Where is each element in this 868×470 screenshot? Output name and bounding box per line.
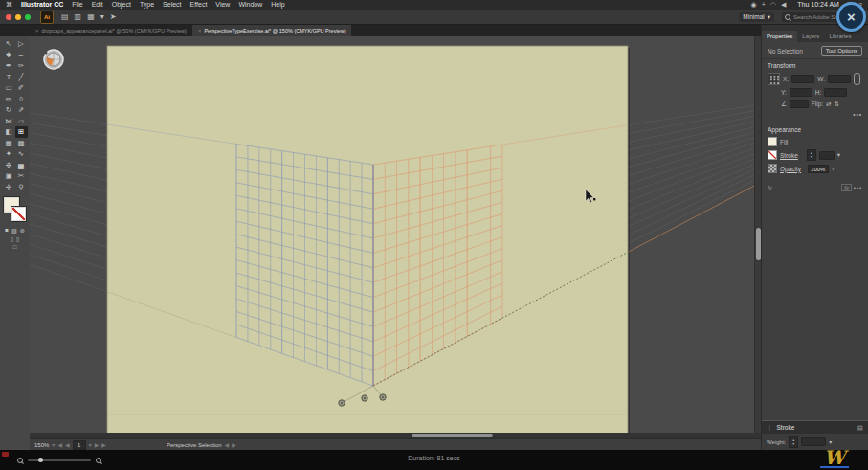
rotate-angle-icon[interactable]: ∠ [781, 101, 787, 108]
stroke-weight-field[interactable] [819, 151, 835, 160]
type-tool[interactable]: T [3, 72, 15, 83]
link-dimensions-icon[interactable] [854, 73, 860, 85]
direct-selection-tool[interactable]: ▷ [15, 38, 28, 50]
layout-options-icon[interactable]: ▦ [87, 12, 95, 21]
slice-tool[interactable]: ✂ [15, 170, 28, 182]
fill-color-swatch[interactable] [768, 137, 777, 146]
last-artboard-icon[interactable]: ▶ [101, 441, 106, 448]
symbol-sprayer-tool[interactable]: ❉ [3, 160, 15, 171]
weight-field[interactable] [801, 437, 826, 446]
stroke-none-swatch[interactable] [11, 207, 26, 221]
lasso-tool[interactable]: ∽ [15, 50, 28, 61]
zoom-chevron-icon[interactable]: ▾ [52, 441, 55, 448]
apple-menu-icon[interactable]: ⌘ [6, 0, 12, 10]
share-icon[interactable]: ➤ [110, 12, 117, 21]
horizontal-scrollbar-thumb[interactable] [412, 434, 493, 437]
next-artboard-icon[interactable]: ▶ [95, 441, 100, 448]
app-menu-title[interactable]: Illustrator CC [21, 0, 63, 10]
menu-item-window[interactable]: Window [238, 0, 262, 10]
display-icon[interactable]: ◉ [751, 1, 757, 8]
player-zoom-slider[interactable] [28, 459, 91, 461]
eyedropper-tool[interactable]: ✦ [3, 148, 15, 160]
arrange-documents-icon[interactable]: ▤ [61, 12, 69, 21]
menubar-clock[interactable]: Thu 10:24 AM [797, 0, 839, 10]
menu-item-effect[interactable]: Effect [190, 0, 208, 10]
transform-more-options-icon[interactable]: ••• [853, 111, 862, 118]
effects-icon[interactable]: fx [768, 185, 772, 190]
player-zoom-knob[interactable] [38, 458, 43, 462]
menu-item-help[interactable]: Help [271, 0, 284, 10]
rectangle-tool[interactable]: ▭ [3, 82, 15, 94]
zoom-tool[interactable]: ⚲ [15, 182, 28, 193]
menu-item-type[interactable]: Type [140, 0, 154, 10]
volume-icon[interactable]: ◀ [781, 1, 786, 8]
scale-tool[interactable]: ⇗ [15, 104, 28, 116]
window-minimize-button[interactable] [15, 14, 21, 20]
prev-artboard-icon[interactable]: ◀ [65, 441, 70, 448]
menu-item-edit[interactable]: Edit [92, 0, 103, 10]
screen-mode-button[interactable]: □ [13, 244, 17, 250]
vertical-scrollbar[interactable] [754, 36, 761, 433]
width-tool[interactable]: ⋈ [3, 116, 15, 127]
opacity-field[interactable]: 100% [808, 165, 829, 173]
column-graph-tool[interactable]: ▅ [15, 160, 28, 171]
stroke-weight-chevron-icon[interactable]: ▾ [837, 151, 840, 159]
shape-builder-tool[interactable]: ◧ [3, 126, 15, 138]
hand-tool[interactable]: ✛ [3, 182, 15, 193]
pencil-tool[interactable]: ✏ [3, 94, 15, 105]
curvature-tool[interactable]: ✑ [15, 60, 28, 72]
y-field[interactable] [790, 88, 812, 97]
plane-switcher-handle[interactable] [45, 52, 48, 55]
h-field[interactable] [824, 88, 847, 97]
document-tab-2[interactable]: ×PerspectiveTypeExercise.ai* @ 150% (CMY… [192, 25, 352, 36]
w-field[interactable] [828, 75, 851, 83]
weight-stepper[interactable]: ▴▾ [789, 436, 798, 448]
mesh-tool[interactable]: ▦ [3, 138, 15, 149]
graphic-styles-icon[interactable]: fx [841, 184, 852, 191]
gradient-tool[interactable]: ▩ [15, 138, 28, 149]
zoom-in-icon[interactable] [96, 458, 101, 463]
blend-tool[interactable]: ∿ [15, 148, 28, 160]
panel-tab-properties[interactable]: Properties [762, 31, 797, 42]
flip-horizontal-icon[interactable]: ⇄ [826, 101, 831, 108]
eraser-tool[interactable]: ◊ [15, 94, 28, 105]
opacity-label[interactable]: Opacity [780, 166, 801, 172]
panel-tab-layers[interactable]: Layers [797, 31, 824, 42]
draw-normal-button[interactable]: ▯ [11, 235, 13, 242]
pen-tool[interactable]: ✒ [3, 60, 15, 72]
perspective-grid-canvas[interactable] [30, 36, 761, 433]
weight-chevron-icon[interactable]: ▾ [829, 438, 832, 445]
artboard-number[interactable]: 1 [73, 440, 86, 450]
layout-chevron-icon[interactable]: ▾ [100, 12, 104, 21]
horizontal-scrollbar[interactable] [30, 433, 761, 438]
tool-options-button[interactable]: Tool Options [821, 46, 862, 56]
plus-icon[interactable]: + [762, 1, 766, 8]
opacity-chevron-icon[interactable]: › [832, 166, 834, 172]
artboard-chevron-icon[interactable]: ▾ [89, 441, 92, 448]
overlay-close-button[interactable]: × [836, 2, 866, 32]
menu-item-object[interactable]: Object [112, 0, 131, 10]
tab-close-icon[interactable]: × [198, 25, 202, 36]
stroke-weight-stepper[interactable]: ▴▾ [807, 149, 816, 161]
selection-tool[interactable]: ↖ [3, 38, 15, 50]
menu-item-select[interactable]: Select [163, 0, 181, 10]
window-close-button[interactable] [6, 14, 11, 20]
window-zoom-button[interactable] [25, 14, 31, 20]
zoom-level[interactable]: 150% [34, 442, 49, 448]
menu-item-file[interactable]: File [72, 0, 82, 10]
x-field[interactable] [791, 75, 814, 83]
artboard-tool[interactable]: ▣ [3, 170, 15, 182]
paintbrush-tool[interactable]: ✐ [15, 82, 28, 94]
gradient-button[interactable]: ▨ [11, 227, 17, 234]
draw-behind-button[interactable]: ▯ [16, 235, 19, 242]
line-segment-tool[interactable]: ╱ [15, 72, 28, 83]
canvas[interactable] [30, 36, 761, 433]
free-transform-tool[interactable]: ▱ [15, 116, 28, 127]
stroke-color-swatch[interactable] [768, 150, 777, 160]
perspective-grid-tool[interactable]: ⊞ [15, 126, 28, 138]
flip-vertical-icon[interactable]: ⇅ [835, 101, 839, 108]
stroke-label[interactable]: Stroke [780, 152, 798, 159]
document-tab-1[interactable]: ×dropcaps_appearancepanel.ai* @ 50% (CMY… [30, 25, 192, 36]
workspace-switcher[interactable]: Minimal ▾ [739, 12, 774, 22]
color-button[interactable]: ■ [5, 227, 9, 234]
